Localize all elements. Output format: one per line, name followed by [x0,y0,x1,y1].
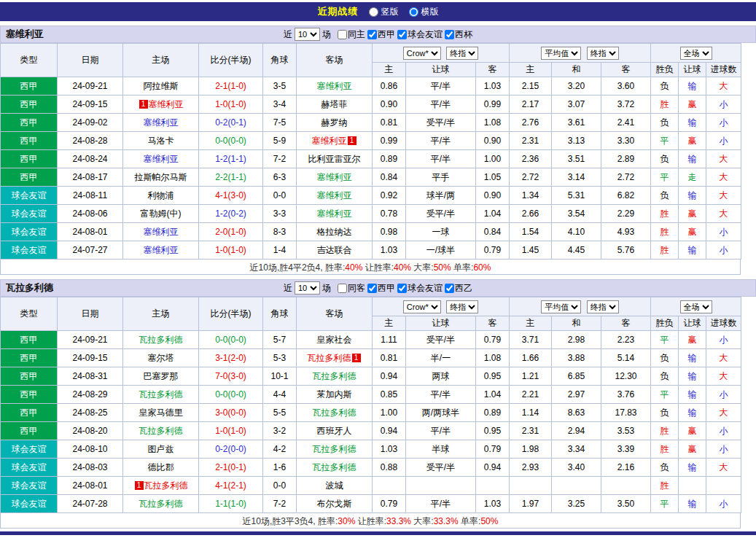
odds-cell: 0.92 [373,187,406,205]
result-cell: 输 [679,404,706,422]
odds-cell: 1.45 [510,241,552,260]
score-cell: 0-0(0-0) [199,331,263,349]
match-count-select[interactable]: 10 [295,281,320,295]
vertical-radio[interactable] [369,7,378,17]
result-cell: 负 [651,114,679,132]
summary-segment: 30% [338,516,355,526]
odds-cell: 平/半 [406,77,476,95]
summary-segment: 60% [473,262,491,273]
score-cell: 0-2(0-0) [199,440,263,459]
odds-cell: 1.34 [510,187,552,205]
filter-friendly[interactable]: 球会友谊 [397,282,443,295]
odds-cell: 1.00 [373,404,406,422]
checkbox-label: 同客 [348,282,365,295]
filter-laliga[interactable]: 西甲 [367,28,395,41]
odds-cell: 平/半 [406,95,476,114]
subcol-result: 胜负 [651,316,679,331]
filter-laliga[interactable]: 西甲 [367,282,395,295]
league-badge: 西甲 [1,404,58,422]
layout-radio-horizontal[interactable]: 横版 [409,6,439,18]
scope-select[interactable]: 全场 [680,47,712,60]
away-team-cell: 瓦拉多利德 [297,367,373,386]
score-cell: 0-2(0-1) [199,114,263,132]
odds-cell: 3.51 [552,150,601,168]
bookmaker-select[interactable]: Crow* [403,47,441,60]
result-cell: 平 [651,386,679,404]
league-badge: 球会友谊 [1,495,58,513]
segunda-checkbox[interactable] [445,284,454,293]
odds-group-fulltime: 全场 [651,297,741,316]
friendly-checkbox[interactable] [397,30,407,39]
laliga-checkbox[interactable] [367,30,377,39]
checkbox-label: 西甲 [378,28,395,41]
league-badge: 西甲 [1,77,58,95]
horizontal-radio[interactable] [409,7,418,17]
team-label: 马洛卡 [148,136,174,146]
laliga-checkbox[interactable] [367,284,377,293]
odds-group-bookmaker: Crow* 终指 [373,297,510,316]
stats-summary: 近10场,胜3平3负4, 胜率:30% 让胜率:33.3% 大率:33.3% 单… [0,513,741,529]
match-row: 西甲24-09-21阿拉维斯2-1(1-0)3-5塞维利亚0.86平/半1.03… [1,77,741,95]
subcol-goals-result: 进球数 [706,316,741,331]
match-date: 24-08-01 [58,477,123,495]
summary-segment: 33.3% [386,516,411,526]
home-team-cell: 塞尔塔 [123,349,199,367]
filter-segunda[interactable]: 西乙 [445,282,472,295]
away-team-cell: 莱加内斯 [297,386,373,404]
odds-cell: 2.23 [601,331,651,349]
team-label: 瓦拉多利德 [139,499,183,509]
scope-select[interactable]: 全场 [680,300,712,313]
filter-copa[interactable]: 西杯 [445,28,472,41]
result-cell [706,477,741,495]
odds-cell: 2.66 [510,205,552,223]
same-venue-checkbox[interactable] [338,284,347,293]
average-select[interactable]: 平均值 [541,300,581,313]
odds-group-average: 平均值 终指 [510,44,651,63]
odds-cell: 3.30 [601,132,651,150]
away-team-cell: 塞维利亚 [297,205,373,223]
near-label: 近 [284,28,292,41]
copa-checkbox[interactable] [445,30,454,39]
odds-cell: 一/球半 [406,241,476,260]
filter-same-venue[interactable]: 同主 [338,28,365,41]
result-cell: 胜 [651,477,679,495]
odds-stage-select[interactable]: 终指 [446,300,478,313]
odds-cell: 5.31 [552,187,601,205]
odds-cell: 1.14 [510,404,552,422]
col-header-away: 客场 [297,297,373,331]
friendly-checkbox[interactable] [397,284,407,293]
stats-summary: 近10场,胜4平2负4, 胜率:40% 让胜率:40% 大率:50% 单率:60… [0,260,741,275]
summary-segment: 大率: [411,516,434,526]
league-badge: 西甲 [1,95,58,114]
result-cell: 输 [679,114,706,132]
odds-cell: 2.17 [510,95,552,114]
odds-group-fulltime: 全场 [651,44,741,63]
away-team-cell: 塞维利亚1 [297,132,373,150]
match-date: 24-08-28 [58,132,123,150]
average-select[interactable]: 平均值 [541,47,581,60]
layout-radio-vertical[interactable]: 竖版 [369,6,399,18]
odds-cell: 2.29 [601,205,651,223]
odds-cell: 12.30 [601,367,651,386]
same-venue-checkbox[interactable] [338,30,347,39]
away-team-cell: 瓦拉多利德 [297,404,373,422]
odds-cell: 6.85 [552,367,601,386]
odds-cell: 平/半 [406,422,476,440]
match-row: 球会友谊24-08-011瓦拉多利德4-1(2-1)0-0波城胜 [1,477,741,495]
odds-cell: 2.31 [510,422,552,440]
odds-cell: 一球 [406,223,476,241]
filter-friendly[interactable]: 球会友谊 [397,28,443,41]
bookmaker-select[interactable]: Crow* [403,300,441,313]
result-cell: 平 [651,168,679,187]
match-count-select[interactable]: 10 [295,28,320,41]
odds-stage-select[interactable]: 终指 [446,47,478,60]
filter-same-venue[interactable]: 同客 [338,282,365,295]
odds-cell: 3.34 [552,440,601,459]
subcol-handicap: 让球 [406,316,476,331]
average-stage-select[interactable]: 终指 [587,47,619,60]
team-label: 塞维利亚 [144,227,179,237]
score-cell: 7-0(3-0) [199,367,263,386]
section-header: 瓦拉多利德 近 10 场 同客 西甲 球会友谊 西乙 [0,279,756,297]
corner-cell: 7-5 [263,114,297,132]
average-stage-select[interactable]: 终指 [587,300,619,313]
